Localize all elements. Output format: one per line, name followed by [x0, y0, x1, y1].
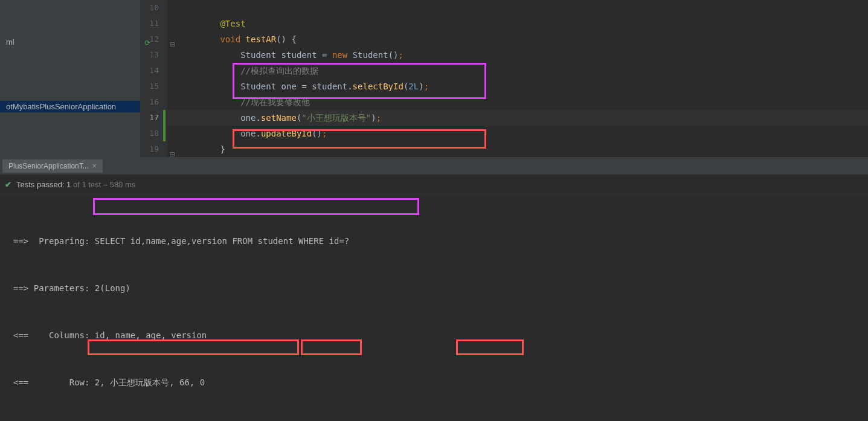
op: =: [317, 50, 332, 60]
comment: //模拟查询出的数据: [240, 66, 318, 76]
line-number-gutter: 10 11 12 ⟳ 13 14 15 16 17 18 19: [140, 0, 167, 157]
tests-total-label: of 1 test – 580 ms: [71, 180, 135, 189]
annotation: @Test: [220, 19, 245, 28]
var: one = student.: [276, 82, 352, 91]
keyword: void: [220, 34, 240, 44]
obj: one.: [240, 129, 261, 138]
line-number: 11: [140, 16, 159, 31]
semi: ;: [376, 113, 381, 123]
obj: one.: [240, 113, 261, 123]
line-number: 13: [140, 47, 159, 63]
method-call: selectById: [353, 82, 403, 91]
run-tool-window: PlusSeniorApplicationT... × ✔ Tests pass…: [0, 157, 868, 421]
line-number: 12 ⟳: [140, 31, 159, 47]
paren: ): [419, 82, 423, 91]
test-status-bar: ✔ Tests passed: 1 of 1 test – 580 ms: [0, 175, 868, 194]
highlight-magenta-sql: [93, 198, 419, 215]
line-number: 10: [140, 0, 159, 16]
method-name: testAR: [246, 34, 277, 44]
console-line: ==> Preparing: SELECT id,name,age,versio…: [13, 233, 868, 249]
editor-split: ml otMybatisPlusSeniorApplication 10 11 …: [0, 0, 868, 157]
run-tab-label: PlusSeniorApplicationT...: [8, 162, 89, 170]
close-icon[interactable]: ×: [92, 162, 97, 170]
string: "小王想玩版本号": [301, 113, 371, 123]
console-line: ==> Parameters: 2(Long): [13, 280, 868, 296]
tests-passed-label: Tests passed:: [16, 180, 66, 189]
semi: ;: [399, 50, 403, 60]
line-number: 16: [140, 94, 159, 110]
punct: () {: [276, 34, 297, 44]
brace: }: [220, 144, 225, 154]
console-line: <== Row: 2, 小王想玩版本号, 66, 0: [13, 374, 868, 390]
code-editor[interactable]: @Test void testAR() { Student student = …: [167, 0, 868, 157]
paren: (): [312, 129, 322, 138]
ctor: Student(): [347, 50, 398, 60]
type: Student: [240, 82, 276, 91]
type: Student: [240, 50, 276, 60]
paren: ): [371, 113, 376, 123]
check-icon: ✔: [5, 180, 11, 189]
console-line: <== Columns: id, name, age, version: [13, 327, 868, 343]
var: student: [281, 50, 317, 60]
comment: //现在我要修改他: [240, 97, 310, 107]
fold-expand-icon[interactable]: ⊟: [170, 146, 177, 153]
fold-collapse-icon[interactable]: ⊟: [170, 36, 177, 43]
run-test-icon[interactable]: ⟳: [143, 35, 150, 42]
number: 2L: [408, 82, 419, 91]
keyword: new: [332, 50, 347, 60]
run-config-tab[interactable]: PlusSeniorApplicationT... ×: [2, 159, 103, 173]
method-call: setName: [261, 113, 297, 123]
line-number: 14: [140, 63, 159, 79]
sidebar-file-item-selected[interactable]: otMybatisPlusSeniorApplication: [0, 101, 140, 112]
semi: ;: [322, 129, 327, 138]
semi: ;: [424, 82, 429, 91]
console-output[interactable]: ==> Preparing: SELECT id,name,age,versio…: [0, 194, 868, 421]
sidebar-file-item[interactable]: ml: [0, 36, 140, 48]
method-call: updateById: [261, 129, 312, 138]
line-number: 19: [140, 141, 159, 157]
line-number: 15: [140, 79, 159, 94]
run-tab-bar: PlusSeniorApplicationT... ×: [0, 157, 868, 175]
line-number: 18: [140, 126, 159, 141]
vcs-change-marker: [163, 110, 166, 141]
project-sidebar[interactable]: ml otMybatisPlusSeniorApplication: [0, 0, 140, 157]
line-number: 17: [140, 110, 159, 126]
